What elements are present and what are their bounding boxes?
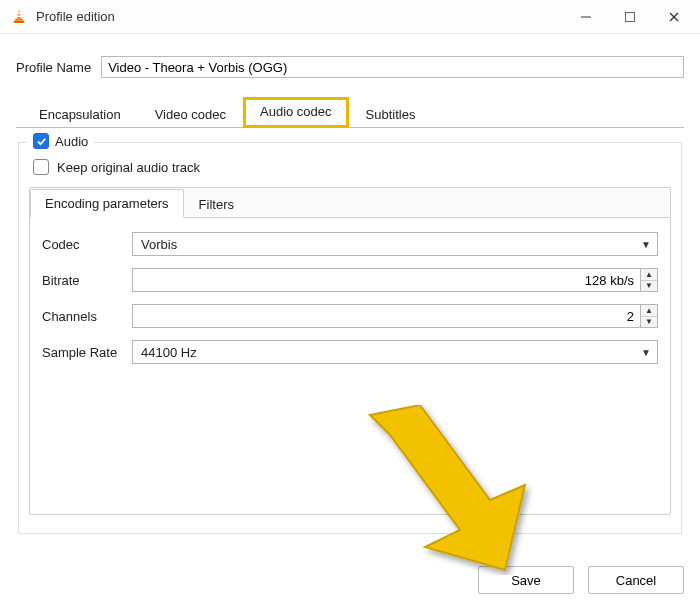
audio-groupbox: Audio Keep original audio track Encoding… <box>18 142 682 534</box>
vlc-cone-icon <box>10 8 28 26</box>
channels-row: Channels ▲ ▼ <box>42 304 658 328</box>
bitrate-stepper[interactable]: ▲ ▼ <box>132 268 658 292</box>
profile-name-label: Profile Name <box>16 60 91 75</box>
encoding-panel: Codec Vorbis ▼ Bitrate ▲ ▼ <box>30 218 670 390</box>
codec-value: Vorbis <box>141 237 177 252</box>
profile-name-input[interactable] <box>101 56 684 78</box>
keep-original-row: Keep original audio track <box>33 159 671 175</box>
channels-stepper[interactable]: ▲ ▼ <box>132 304 658 328</box>
window-title: Profile edition <box>36 9 115 24</box>
codec-label: Codec <box>42 237 132 252</box>
samplerate-value: 44100 Hz <box>141 345 197 360</box>
close-button[interactable] <box>652 2 696 32</box>
inner-tabs-container: Encoding parameters Filters Codec Vorbis… <box>29 187 671 515</box>
svg-rect-1 <box>14 20 25 22</box>
tab-encapsulation[interactable]: Encapsulation <box>22 100 138 128</box>
audio-group-title: Audio <box>55 134 88 149</box>
inner-tab-filters[interactable]: Filters <box>184 190 249 218</box>
codec-select[interactable]: Vorbis ▼ <box>132 232 658 256</box>
maximize-button[interactable] <box>608 2 652 32</box>
bitrate-step-down[interactable]: ▼ <box>641 281 657 292</box>
audio-enable-checkbox[interactable] <box>33 133 49 149</box>
inner-tabs: Encoding parameters Filters <box>30 188 670 218</box>
bitrate-spin-buttons: ▲ ▼ <box>640 268 658 292</box>
profile-name-row: Profile Name <box>16 56 684 78</box>
tab-video-codec[interactable]: Video codec <box>138 100 243 128</box>
keep-original-label: Keep original audio track <box>57 160 200 175</box>
chevron-down-icon: ▼ <box>641 239 651 250</box>
svg-rect-0 <box>15 18 23 20</box>
codec-row: Codec Vorbis ▼ <box>42 232 658 256</box>
channels-label: Channels <box>42 309 132 324</box>
bitrate-row: Bitrate ▲ ▼ <box>42 268 658 292</box>
content-area: Profile Name Encapsulation Video codec A… <box>0 34 700 534</box>
channels-step-up[interactable]: ▲ <box>641 305 657 317</box>
bitrate-label: Bitrate <box>42 273 132 288</box>
samplerate-select[interactable]: 44100 Hz ▼ <box>132 340 658 364</box>
bitrate-input[interactable] <box>132 268 640 292</box>
tabs-outer: Encapsulation Video codec Audio codec Su… <box>16 96 684 128</box>
dialog-footer: Save Cancel <box>478 566 684 594</box>
titlebar: Profile edition <box>0 0 700 34</box>
svg-rect-2 <box>17 12 21 14</box>
tab-subtitles[interactable]: Subtitles <box>349 100 433 128</box>
samplerate-row: Sample Rate 44100 Hz ▼ <box>42 340 658 364</box>
bitrate-step-up[interactable]: ▲ <box>641 269 657 281</box>
minimize-button[interactable] <box>564 2 608 32</box>
chevron-down-icon: ▼ <box>641 347 651 358</box>
svg-rect-5 <box>626 12 635 21</box>
keep-original-checkbox[interactable] <box>33 159 49 175</box>
cancel-button[interactable]: Cancel <box>588 566 684 594</box>
inner-tab-encoding[interactable]: Encoding parameters <box>30 189 184 218</box>
channels-spin-buttons: ▲ ▼ <box>640 304 658 328</box>
channels-step-down[interactable]: ▼ <box>641 317 657 328</box>
samplerate-label: Sample Rate <box>42 345 132 360</box>
tab-audio-codec[interactable]: Audio codec <box>243 97 349 128</box>
audio-group-legend: Audio <box>27 133 94 149</box>
svg-rect-3 <box>17 15 22 17</box>
save-button[interactable]: Save <box>478 566 574 594</box>
channels-input[interactable] <box>132 304 640 328</box>
